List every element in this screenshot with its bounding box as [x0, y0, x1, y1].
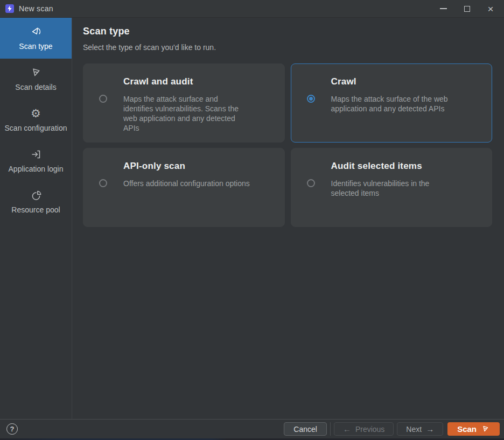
previous-label: Previous [355, 425, 384, 434]
cancel-label: Cancel [293, 425, 317, 434]
scan-icon [481, 424, 490, 434]
scan-option-crawl[interactable]: Crawl Maps the attack surface of the web… [291, 63, 493, 143]
minimize-button[interactable] [437, 3, 449, 15]
radio-api-only-scan[interactable] [99, 179, 107, 187]
option-title: Audit selected items [331, 161, 492, 172]
minimize-icon [440, 8, 447, 9]
close-icon: × [487, 4, 493, 14]
sidebar-item-scan-details[interactable]: Scan details [0, 59, 72, 100]
footer-bar: ? Cancel ← Previous Next → Scan [0, 419, 504, 438]
maximize-icon [464, 6, 470, 12]
sidebar-item-label: Scan configuration [5, 124, 67, 133]
next-button[interactable]: Next → [397, 422, 443, 436]
arrow-left-icon: ← [343, 425, 351, 433]
login-icon [30, 148, 43, 161]
option-description: Maps the attack surface and identifies v… [123, 94, 249, 133]
option-title: API-only scan [123, 161, 284, 172]
option-title: Crawl [331, 76, 492, 87]
scan-option-audit-selected-items[interactable]: Audit selected items Identifies vulnerab… [291, 148, 493, 227]
page-subtitle: Select the type of scan you'd like to ru… [83, 43, 492, 52]
app-lightning-icon [5, 4, 14, 13]
scan-type-icon [30, 25, 43, 38]
previous-button[interactable]: ← Previous [334, 422, 394, 436]
radio-crawl[interactable] [307, 95, 315, 103]
scan-option-crawl-and-audit[interactable]: Crawl and audit Maps the attack surface … [83, 63, 285, 143]
sidebar-item-application-login[interactable]: Application login [0, 140, 72, 181]
gear-icon: ⚙ [30, 107, 43, 120]
scan-button[interactable]: Scan [447, 422, 500, 436]
arrow-right-icon: → [426, 425, 434, 433]
scan-option-api-only-scan[interactable]: API-only scan Offers additional configur… [83, 148, 285, 227]
next-label: Next [406, 425, 422, 434]
option-description: Maps the attack surface of the web appli… [331, 94, 459, 113]
option-title: Crawl and audit [123, 76, 284, 87]
scan-label: Scan [457, 424, 477, 434]
page-title: Scan type [83, 26, 492, 37]
window-title: New scan [19, 4, 53, 13]
sidebar-item-label: Resource pool [11, 205, 60, 215]
pie-chart-icon [30, 189, 43, 202]
scan-details-icon [30, 66, 43, 79]
radio-audit-selected-items[interactable] [307, 179, 315, 187]
sidebar-item-scan-type[interactable]: Scan type [0, 18, 72, 59]
sidebar-item-label: Application login [9, 165, 64, 174]
window-controls: × [437, 3, 499, 15]
wizard-steps-sidebar: Scan type Scan details ⚙ Scan configurat… [0, 18, 72, 419]
radio-crawl-and-audit[interactable] [99, 95, 107, 103]
sidebar-item-resource-pool[interactable]: Resource pool [0, 181, 72, 222]
option-description: Offers additional configuration options [123, 179, 261, 188]
footer-divider [330, 422, 331, 436]
scan-type-options: Crawl and audit Maps the attack surface … [83, 63, 492, 227]
sidebar-item-label: Scan type [19, 42, 52, 51]
close-button[interactable]: × [485, 3, 496, 15]
new-scan-window: New scan × Scan type Scan [0, 0, 504, 440]
sidebar-item-label: Scan details [15, 83, 56, 92]
titlebar: New scan × [0, 0, 504, 18]
help-icon: ? [10, 425, 15, 433]
maximize-button[interactable] [461, 3, 473, 15]
help-button[interactable]: ? [6, 423, 18, 435]
sidebar-item-scan-configuration[interactable]: ⚙ Scan configuration [0, 100, 72, 140]
main-content: Scan type Select the type of scan you'd … [73, 18, 504, 419]
option-description: Identifies vulnerabilities in the select… [331, 179, 440, 198]
cancel-button[interactable]: Cancel [284, 422, 327, 436]
